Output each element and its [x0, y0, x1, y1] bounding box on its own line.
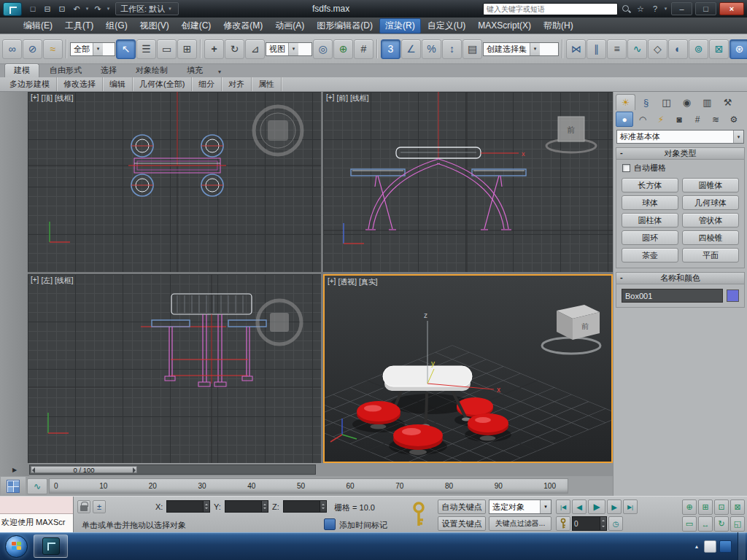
tube-button[interactable]: 管状体	[682, 213, 739, 228]
selection-filter-dropdown[interactable]: 全部▾	[70, 42, 115, 56]
reference-coord-dropdown[interactable]: 视图▾	[266, 42, 312, 56]
listener-pane[interactable]: 欢迎使用 MAXScr	[0, 514, 73, 532]
current-frame-input[interactable]	[573, 517, 600, 530]
current-frame-field[interactable]	[572, 516, 607, 531]
macro-recorder-pane[interactable]	[0, 497, 73, 514]
viewport-shading-button[interactable]: [线框]	[55, 276, 74, 286]
tab-motion[interactable]: ◉	[677, 94, 697, 110]
teapot-button[interactable]: 茶壶	[622, 248, 678, 262]
menu-group[interactable]: 组(G)	[100, 18, 133, 34]
previous-frame-nub[interactable]	[32, 467, 35, 473]
ribbon-tab-populate[interactable]: 填充	[178, 64, 212, 77]
time-slider-track[interactable]: 0 / 100	[29, 464, 316, 475]
save-file-button[interactable]: ⊡	[55, 2, 69, 15]
angle-snap-button[interactable]: ∠	[401, 39, 421, 59]
next-frame-button[interactable]: ▶	[607, 499, 622, 514]
start-button[interactable]	[5, 535, 28, 558]
category-shapes[interactable]: ◠	[634, 112, 651, 127]
tray-ime-icon[interactable]	[719, 540, 732, 553]
taskbar-3dsmax-button[interactable]	[34, 534, 68, 558]
object-name-input[interactable]	[622, 289, 723, 303]
tab-utilities[interactable]: ⚒	[718, 94, 738, 110]
quick-render-button[interactable]: ⊛	[729, 39, 747, 59]
selection-lock-toggle[interactable]	[77, 500, 90, 513]
new-file-button[interactable]: □	[26, 2, 39, 15]
torus-button[interactable]: 圆环	[622, 230, 678, 245]
menu-maxscript[interactable]: MAXScript(X)	[472, 19, 537, 32]
spinner-icon[interactable]	[261, 501, 268, 512]
viewport-menu-button[interactable]: [+]	[31, 93, 39, 104]
workspace-dropdown[interactable]: 工作区: 默认▾	[115, 2, 179, 15]
percent-snap-button[interactable]: %	[422, 39, 441, 59]
plane-button[interactable]: 平面	[682, 248, 739, 262]
select-by-name-button[interactable]: ☰	[136, 39, 156, 59]
time-slider-handle[interactable]: 0 / 100	[31, 466, 137, 473]
sphere-button[interactable]: 球体	[622, 195, 678, 210]
select-and-move-button[interactable]: +	[204, 39, 224, 59]
app-logo-icon[interactable]	[3, 2, 22, 16]
select-object-button[interactable]: ↖	[116, 39, 136, 59]
viewport-top[interactable]: [+] [顶] [线框]	[28, 92, 321, 272]
menu-customize[interactable]: 自定义(U)	[422, 18, 472, 34]
primitive-category-dropdown[interactable]: 标准基本体 ▾	[616, 130, 744, 144]
viewcube[interactable]	[258, 300, 301, 344]
zoom-extents-button[interactable]: ⊡	[714, 499, 729, 515]
search-button[interactable]	[619, 2, 632, 15]
tab-create[interactable]: ☀	[616, 94, 635, 110]
ribbon-modify-selection[interactable]: 修改选择	[57, 77, 103, 91]
viewport-name-button[interactable]: [左]	[41, 276, 53, 286]
time-tag-icon[interactable]	[324, 518, 336, 530]
box-button[interactable]: 长方体	[622, 178, 678, 192]
ribbon-edit[interactable]: 编辑	[103, 77, 133, 91]
auto-key-button[interactable]: 自动关键点	[438, 499, 486, 514]
material-editor-button[interactable]: ◐	[668, 39, 688, 59]
category-spacewarps[interactable]: ≋	[707, 112, 724, 127]
viewport-name-button[interactable]: [前]	[336, 93, 348, 104]
ribbon-tab-object-paint[interactable]: 对象绘制	[127, 64, 177, 77]
zoom-all-button[interactable]: ⊞	[698, 499, 713, 515]
render-setup-button[interactable]: ⊚	[689, 39, 708, 59]
set-key-button[interactable]	[410, 501, 427, 529]
mirror-button[interactable]: ⋈	[566, 39, 586, 59]
menu-graph-editors[interactable]: 图形编辑器(D)	[311, 18, 379, 34]
viewport-menu-button[interactable]: [+]	[31, 276, 39, 286]
menu-rendering[interactable]: 渲染(R)	[379, 18, 421, 34]
tray-notification-icon[interactable]	[704, 540, 716, 553]
ribbon-subdivision[interactable]: 细分	[192, 77, 222, 91]
select-and-manipulate-button[interactable]: ⊕	[333, 39, 353, 59]
layer-manager-button[interactable]: ≡	[607, 39, 627, 59]
tab-modify[interactable]: §	[636, 94, 656, 110]
help-button[interactable]: ?	[649, 2, 662, 15]
zoom-button[interactable]: ⊕	[682, 499, 697, 515]
search-input[interactable]	[483, 3, 618, 15]
window-crossing-button[interactable]: ⊞	[177, 39, 197, 59]
ribbon-tab-modeling[interactable]: 建模	[4, 63, 39, 77]
pyramid-button[interactable]: 四棱锥	[682, 230, 739, 245]
menu-help[interactable]: 帮助(H)	[538, 18, 579, 34]
close-button[interactable]: ×	[719, 2, 744, 15]
tab-hierarchy[interactable]: ◫	[657, 94, 676, 110]
ribbon-config-dropdown[interactable]: ▾	[213, 69, 226, 77]
object-color-swatch[interactable]	[727, 289, 739, 302]
select-and-link-button[interactable]: ∞	[2, 39, 22, 59]
unlink-selection-button[interactable]: ⊘	[23, 39, 42, 59]
select-and-scale-button[interactable]: ⊿	[245, 39, 265, 59]
mini-curve-editor-button[interactable]: ∿	[27, 478, 47, 494]
category-systems[interactable]: ⚙	[725, 112, 743, 127]
ribbon-tab-freeform[interactable]: 自由形式	[41, 64, 90, 77]
zoom-extents-all-button[interactable]: ⊠	[730, 499, 745, 515]
track-bar[interactable]: 0 10 20 30 40 50 60 70 80 90 100	[49, 478, 568, 494]
key-filters-button[interactable]: 关键点过滤器...	[489, 516, 551, 531]
maximize-viewport-toggle[interactable]: ◱	[730, 516, 745, 532]
menu-modifiers[interactable]: 修改器(M)	[217, 18, 268, 34]
cone-button[interactable]: 圆锥体	[682, 178, 739, 192]
viewcube[interactable]: 前	[546, 117, 596, 152]
viewport-name-button[interactable]: [顶]	[41, 93, 53, 104]
use-pivot-center-button[interactable]: ◎	[313, 39, 333, 59]
y-coord-input[interactable]	[225, 501, 261, 512]
flyout-arrow-button[interactable]: ▶	[12, 467, 17, 473]
snap-toggle-3d-button[interactable]: 3	[381, 39, 400, 59]
orbit-button[interactable]: ↻	[714, 516, 729, 532]
category-lights[interactable]: ⚡	[652, 112, 670, 127]
viewport-left[interactable]: [+] [左] [线框]	[28, 274, 321, 463]
